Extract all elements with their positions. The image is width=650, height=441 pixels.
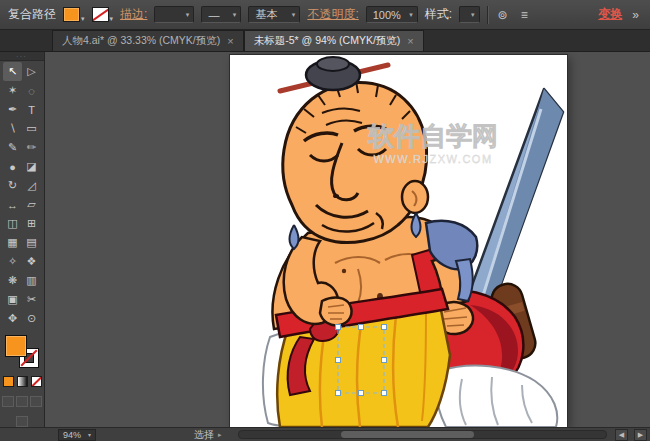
close-icon[interactable]: × — [407, 36, 413, 47]
stroke-link[interactable]: 描边: — [120, 6, 147, 23]
illustrator-window: 复合路径 ▾ ▾ 描边: ▾ — ▾ 基本 ▾ 不透明度: 100% ▾ 样式: — [0, 0, 650, 441]
width-profile-value: — — [208, 9, 219, 21]
type-tool[interactable]: T — [22, 100, 41, 119]
line-segment-tool[interactable]: ∖ — [3, 119, 22, 138]
chevron-down-icon: ▾ — [186, 11, 190, 19]
tools-panel: ∙∙∙ ↖ ▷ ✶ ◌ ✒ T ∖ ▭ ✎ ✏ ● ◪ ↻ ◿ ↔ ▱ ◫ ⊞ … — [0, 52, 45, 427]
brush-definition-combo[interactable]: 基本 ▾ — [248, 6, 300, 23]
divider — [487, 6, 488, 24]
recolor-artwork-icon[interactable]: ⊚ — [495, 7, 511, 23]
scroll-right-button[interactable]: ▶ — [634, 429, 647, 441]
chevron-down-icon: ▾ — [292, 11, 296, 19]
screen-mode-button[interactable] — [16, 416, 28, 427]
artboard-tool[interactable]: ▣ — [3, 290, 22, 309]
canvas-pasteboard[interactable]: 软件自学网 WWW.RJZXW.COM — [45, 52, 650, 427]
draw-normal-button[interactable] — [2, 396, 14, 407]
rotate-tool[interactable]: ↻ — [3, 176, 22, 195]
direct-selection-tool[interactable]: ▷ — [22, 62, 41, 81]
status-bar: 94% ▾ 选择 ▸ ◀ ▶ — [0, 427, 650, 441]
column-graph-tool[interactable]: ▥ — [22, 271, 41, 290]
zoom-tool[interactable]: ⊙ — [22, 309, 41, 328]
selection-type-label: 复合路径 — [8, 6, 56, 23]
chevron-down-icon: ▾ — [471, 11, 475, 19]
artboard[interactable]: 软件自学网 WWW.RJZXW.COM — [230, 55, 567, 427]
draw-inside-button[interactable] — [30, 396, 42, 407]
horizontal-scrollbar[interactable] — [238, 430, 607, 439]
chevron-down-icon: ▾ — [409, 11, 413, 19]
mesh-tool[interactable]: ▦ — [3, 233, 22, 252]
main-area: ∙∙∙ ↖ ▷ ✶ ◌ ✒ T ∖ ▭ ✎ ✏ ● ◪ ↻ ◿ ↔ ▱ ◫ ⊞ … — [0, 52, 650, 427]
align-icon[interactable]: ≡ — [518, 7, 531, 23]
tab-document-1-label: 人物4.ai* @ 33.33% (CMYK/预览) — [62, 34, 220, 48]
status-mode-label: 选择 — [194, 428, 214, 441]
eraser-tool[interactable]: ◪ — [22, 157, 41, 176]
color-mode-buttons — [3, 376, 42, 387]
scroll-left-button[interactable]: ◀ — [615, 429, 628, 441]
stroke-none-icon — [92, 7, 109, 22]
watermark: 软件自学网 WWW.RJZXW.COM — [367, 121, 498, 165]
brush-definition-value: 基本 — [255, 7, 277, 22]
perspective-grid-tool[interactable]: ⊞ — [22, 214, 41, 233]
menu-arrow-icon: ▸ — [218, 431, 222, 439]
status-mode[interactable]: 选择 ▸ — [194, 428, 222, 441]
scale-tool[interactable]: ◿ — [22, 176, 41, 195]
none-button[interactable] — [31, 376, 42, 387]
opacity-link[interactable]: 不透明度: — [307, 6, 358, 23]
slice-tool[interactable]: ✂ — [22, 290, 41, 309]
hand-tool[interactable]: ✥ — [3, 309, 22, 328]
blob-brush-tool[interactable]: ● — [3, 157, 22, 176]
width-tool[interactable]: ↔ — [3, 195, 22, 214]
artwork-svg[interactable]: 软件自学网 WWW.RJZXW.COM — [230, 55, 567, 427]
selection-tool[interactable]: ↖ — [3, 62, 22, 81]
control-bar: 复合路径 ▾ ▾ 描边: ▾ — ▾ 基本 ▾ 不透明度: 100% ▾ 样式: — [0, 0, 650, 30]
gradient-button[interactable] — [17, 376, 28, 387]
document-tab-bar: 人物4.ai* @ 33.33% (CMYK/预览) × 未标题-5* @ 94… — [0, 30, 650, 52]
chevron-down-icon: ▾ — [233, 11, 237, 19]
fill-color-icon — [63, 7, 80, 22]
lasso-tool[interactable]: ◌ — [22, 81, 41, 100]
width-profile-combo[interactable]: — ▾ — [201, 6, 241, 23]
tab-document-1[interactable]: 人物4.ai* @ 33.33% (CMYK/预览) × — [52, 30, 244, 51]
chevron-down-icon: ▾ — [88, 431, 91, 438]
stroke-color-swatch[interactable]: ▾ — [92, 7, 114, 22]
zoom-combo[interactable]: 94% ▾ — [58, 429, 96, 441]
magic-wand-tool[interactable]: ✶ — [3, 81, 22, 100]
free-transform-tool[interactable]: ▱ — [22, 195, 41, 214]
fill-color-swatch[interactable]: ▾ — [63, 7, 85, 22]
paintbrush-tool[interactable]: ✎ — [3, 138, 22, 157]
watermark-title: 软件自学网 — [367, 121, 498, 151]
rectangle-tool[interactable]: ▭ — [22, 119, 41, 138]
tab-document-2[interactable]: 未标题-5* @ 94% (CMYK/预览) × — [244, 30, 424, 51]
tool-grid: ↖ ▷ ✶ ◌ ✒ T ∖ ▭ ✎ ✏ ● ◪ ↻ ◿ ↔ ▱ ◫ ⊞ ▦ ▤ — [3, 62, 41, 328]
scrollbar-thumb[interactable] — [341, 431, 473, 438]
panel-menu-icon[interactable]: » — [629, 7, 642, 23]
fill-stroke-proxy[interactable] — [5, 335, 39, 368]
close-icon[interactable]: × — [227, 36, 233, 47]
opacity-value: 100% — [373, 9, 401, 21]
opacity-combo[interactable]: 100% ▾ — [366, 6, 418, 23]
eyedropper-tool[interactable]: ✧ — [3, 252, 22, 271]
drawing-mode-buttons — [2, 396, 42, 407]
blend-tool[interactable]: ❖ — [22, 252, 41, 271]
stroke-weight-combo[interactable]: ▾ — [154, 6, 194, 23]
style-combo[interactable]: ▾ — [459, 6, 480, 23]
color-button[interactable] — [3, 376, 14, 387]
shape-builder-tool[interactable]: ◫ — [3, 214, 22, 233]
screen-mode-button-row — [16, 416, 28, 427]
transform-link[interactable]: 变换 — [598, 6, 622, 23]
pencil-tool[interactable]: ✏ — [22, 138, 41, 157]
fill-proxy-icon[interactable] — [5, 335, 27, 357]
zoom-value: 94% — [63, 430, 81, 440]
right-leg-cloth[interactable] — [437, 366, 558, 427]
watermark-url: WWW.RJZXW.COM — [373, 153, 492, 165]
gradient-tool[interactable]: ▤ — [22, 233, 41, 252]
chevron-down-icon: ▾ — [81, 15, 85, 22]
pen-tool[interactable]: ✒ — [3, 100, 22, 119]
style-label: 样式: — [425, 6, 452, 23]
draw-behind-button[interactable] — [16, 396, 28, 407]
panel-grip[interactable]: ∙∙∙ — [0, 52, 44, 61]
symbol-sprayer-tool[interactable]: ❋ — [3, 271, 22, 290]
tab-document-2-label: 未标题-5* @ 94% (CMYK/预览) — [254, 34, 401, 48]
chevron-down-icon: ▾ — [110, 15, 114, 22]
